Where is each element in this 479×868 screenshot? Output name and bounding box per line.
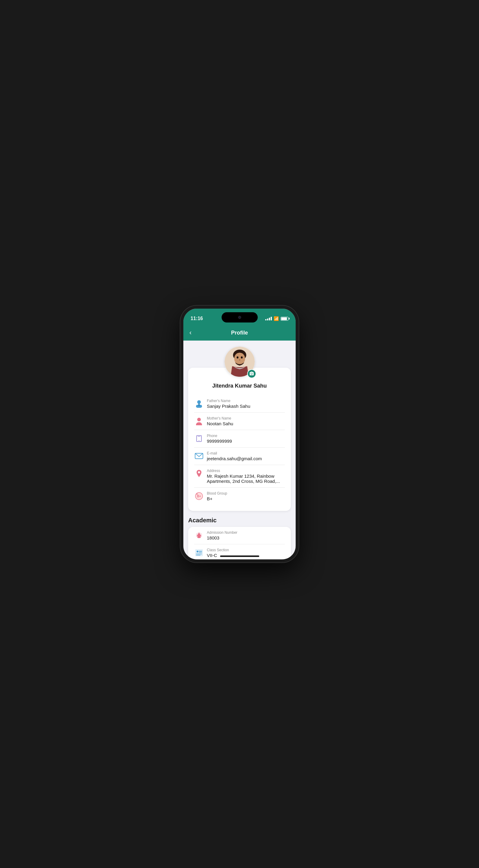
student-name: Jitendra Kumar Sahu (194, 383, 285, 389)
class-icon (194, 548, 204, 558)
phone-frame: 11:16 📶 ‹ Profile (180, 306, 299, 562)
academic-section-title: Academic (183, 511, 296, 527)
svg-rect-18 (198, 536, 201, 538)
battery-icon (281, 317, 288, 321)
admission-label: Admission Number (207, 530, 285, 535)
address-icon (194, 469, 204, 478)
content-area: Jitendra Kumar Sahu Father's Name Sanjay… (183, 341, 296, 562)
dynamic-island (221, 312, 258, 322)
phone-label: Phone (207, 434, 285, 438)
back-button[interactable]: ‹ (190, 329, 192, 337)
admission-value: 18003 (207, 535, 285, 540)
admission-icon (194, 530, 204, 540)
wifi-icon: 📶 (274, 316, 279, 321)
address-row: Address Mr. Rajesh Kumar 1234, Rainbow A… (194, 465, 285, 488)
father-value: Sanjay Prakash Sahu (207, 404, 285, 409)
mother-label: Mother's Name (207, 416, 285, 421)
page-title: Profile (231, 330, 248, 336)
avatar-section (183, 341, 296, 377)
blood-label: Blood Group (207, 491, 285, 495)
blood-row: B+ Blood Group B+ (194, 488, 285, 505)
father-row: Father's Name Sanjay Prakash Sahu (194, 395, 285, 412)
father-label: Father's Name (207, 399, 285, 403)
mother-icon (194, 416, 204, 426)
phone-icon (194, 434, 204, 443)
svg-point-13 (198, 471, 200, 473)
svg-rect-8 (198, 404, 200, 406)
header: ‹ Profile (183, 325, 296, 341)
email-icon (194, 451, 204, 461)
email-label: E-mail (207, 451, 285, 456)
address-value: Mr. Rajesh Kumar 1234, Rainbow Apartment… (207, 473, 285, 484)
home-indicator (220, 555, 259, 557)
email-value: jeetendra.sahu@gmail.com (207, 456, 285, 461)
profile-card: Jitendra Kumar Sahu Father's Name Sanjay… (188, 368, 291, 511)
svg-point-16 (196, 493, 198, 495)
svg-text:B+: B+ (197, 495, 201, 498)
blood-icon: B+ (194, 491, 204, 501)
camera-dot (238, 316, 241, 319)
status-icons: 📶 (265, 316, 288, 321)
mother-row: Mother's Name Nootan Sahu (194, 412, 285, 430)
class-label: Class Section (207, 548, 285, 552)
father-icon (194, 399, 204, 408)
status-time: 11:16 (191, 316, 203, 321)
svg-point-10 (199, 440, 199, 441)
class-row: Class Section VII-C (194, 544, 285, 562)
house-row: House (194, 562, 285, 562)
svg-point-6 (197, 400, 201, 404)
phone-row: Phone 9999999999 (194, 430, 285, 447)
email-row: E-mail jeetendra.sahu@gmail.com (194, 447, 285, 465)
signal-icon (265, 317, 272, 320)
svg-point-20 (197, 551, 198, 553)
phone-value: 9999999999 (207, 438, 285, 444)
camera-icon (249, 371, 254, 376)
svg-point-3 (237, 356, 238, 359)
mother-value: Nootan Sahu (207, 421, 285, 426)
svg-point-4 (241, 356, 243, 359)
svg-point-9 (197, 418, 201, 421)
address-label: Address (207, 469, 285, 473)
blood-value: B+ (207, 496, 285, 501)
admission-row: Admission Number 18003 (194, 527, 285, 544)
academic-card: Admission Number 18003 (188, 527, 291, 562)
status-bar: 11:16 📶 (183, 309, 296, 325)
camera-badge[interactable] (247, 369, 256, 378)
svg-point-5 (239, 359, 240, 361)
